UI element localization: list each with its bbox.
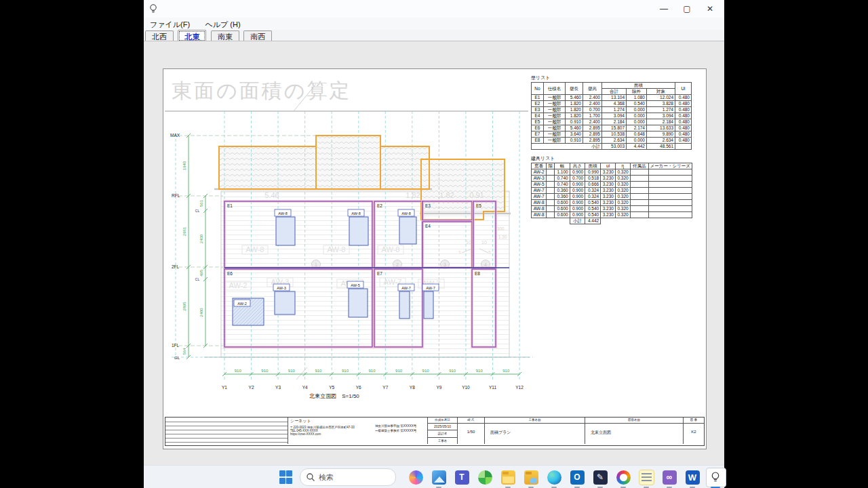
svg-text:E4: E4 bbox=[425, 224, 431, 228]
project-column: 工事名称 面積プラン bbox=[484, 418, 585, 444]
svg-text:1.82: 1.82 bbox=[406, 191, 420, 199]
window-AW-8 bbox=[399, 217, 416, 244]
license-1: 神奈川県知事登録 第XXXXX号 bbox=[375, 424, 416, 428]
photos-icon[interactable] bbox=[427, 466, 450, 488]
fixture-row-0: AW-21.1000.9000.9903.2300.320 bbox=[532, 169, 692, 176]
drawing-caption: 北東立面図 S=1/50 bbox=[309, 393, 359, 399]
svg-text:4: 4 bbox=[484, 262, 487, 267]
svg-text:E3: E3 bbox=[425, 203, 431, 208]
notes-pen-icon[interactable]: ✎ bbox=[589, 466, 612, 488]
scale-column: 縮 尺 1/50 bbox=[457, 418, 484, 444]
wall-row-E6: E6一般部5.4602.89515.8072.17413.6330.480 bbox=[532, 125, 692, 131]
sheet-number-value: K2 bbox=[684, 430, 704, 434]
svg-text:AW-5: AW-5 bbox=[351, 283, 359, 287]
paint-icon[interactable] bbox=[612, 466, 635, 488]
svg-text:Y9: Y9 bbox=[436, 385, 441, 390]
svg-text:910: 910 bbox=[342, 369, 349, 373]
svg-text:910: 910 bbox=[476, 369, 484, 373]
svg-text:Y7: Y7 bbox=[382, 385, 388, 390]
svg-text:AW-7: AW-7 bbox=[401, 286, 410, 290]
svg-text:Y5: Y5 bbox=[329, 385, 334, 390]
svg-text:E5: E5 bbox=[476, 203, 481, 208]
edge-icon[interactable] bbox=[542, 466, 566, 488]
svg-text:2: 2 bbox=[396, 262, 399, 267]
fixture-list-title: 建具リスト bbox=[531, 155, 692, 162]
visual-studio-icon[interactable]: ∞ bbox=[658, 466, 681, 488]
company-url: https://cnet-XXXX.com bbox=[290, 432, 425, 436]
svg-text:910: 910 bbox=[288, 369, 296, 373]
window-AW-8 bbox=[349, 217, 368, 245]
folder-cloud-icon[interactable] bbox=[519, 466, 542, 488]
svg-text:561: 561 bbox=[199, 199, 203, 207]
start-button[interactable] bbox=[279, 470, 293, 484]
window-AW-5 bbox=[349, 289, 368, 317]
svg-text:910: 910 bbox=[261, 369, 269, 373]
wall-row-E5: E5一般部0.9102.4002.1840.0002.1840.480 bbox=[532, 119, 692, 125]
search-box[interactable]: 検索 bbox=[300, 468, 396, 486]
project-label: 工事名称 bbox=[485, 418, 585, 424]
svg-text:1: 1 bbox=[315, 262, 317, 267]
date-column: 作成年月日 2025/05/10 設計者 工事名 bbox=[427, 418, 457, 444]
svg-text:Y12: Y12 bbox=[515, 385, 524, 390]
svg-text:AW-8: AW-8 bbox=[328, 245, 346, 253]
search-label: 検索 bbox=[319, 472, 334, 483]
fixture-list-table: 窓番階幅高さ面積uiη付属品メーカー・シリーズAW-21.1000.9000.9… bbox=[531, 163, 692, 224]
svg-text:910: 910 bbox=[502, 369, 510, 373]
svg-text:MAX: MAX bbox=[170, 133, 180, 138]
svg-text:910: 910 bbox=[369, 369, 376, 373]
word-icon[interactable]: W bbox=[681, 466, 704, 488]
svg-text:910: 910 bbox=[235, 369, 242, 373]
wall-row-E1: E1一般部5.4602.40013.1041.08012.0240.480 bbox=[532, 95, 692, 101]
sheet-number-column: 図 番 K2 bbox=[683, 418, 704, 444]
drawing-name-column: 図面名称 北東立面図 bbox=[585, 418, 683, 444]
date-label: 作成年月日 bbox=[428, 418, 457, 424]
notepad-icon[interactable] bbox=[635, 466, 658, 488]
svg-text:2961: 2961 bbox=[182, 226, 186, 236]
wall-row-E7: E7一般部3.6402.89510.5380.6489.8900.480 bbox=[532, 131, 692, 138]
tab-strip: 北西 北東 南東 南西 bbox=[144, 30, 724, 41]
project-value: 面積プラン bbox=[490, 430, 585, 436]
drawing-name-label: 図面名称 bbox=[585, 418, 683, 424]
svg-text:RFL: RFL bbox=[172, 193, 180, 198]
svg-text:E7: E7 bbox=[377, 271, 382, 276]
date-value: 2025/05/10 bbox=[428, 424, 457, 430]
scale-label: 縮 尺 bbox=[458, 418, 484, 424]
svg-text:Y11: Y11 bbox=[489, 385, 496, 390]
minimize-button[interactable]: — bbox=[652, 0, 675, 18]
fixture-row-1: AW-30.7400.7000.5183.2300.320 bbox=[532, 176, 692, 182]
title-bar: — ▢ ✕ bbox=[144, 0, 724, 18]
field3-label: 工事名 bbox=[428, 438, 457, 445]
lightbulb-app-icon bbox=[149, 3, 158, 14]
file-explorer-icon[interactable] bbox=[496, 466, 519, 488]
copilot-icon[interactable] bbox=[404, 466, 427, 488]
fixture-row-4: AW-70.3600.9000.3243.2300.320 bbox=[532, 194, 692, 200]
svg-text:Y2: Y2 bbox=[249, 385, 254, 390]
svg-text:300: 300 bbox=[497, 226, 505, 231]
svg-text:AW-8: AW-8 bbox=[246, 245, 264, 253]
green-pinwheel-icon[interactable] bbox=[473, 466, 496, 488]
svg-text:Y10: Y10 bbox=[462, 385, 470, 390]
svg-text:910: 910 bbox=[449, 369, 456, 373]
svg-text:5.46: 5.46 bbox=[264, 191, 279, 199]
wall-list: 壁リスト No仕様名壁長壁高面積Ui合計除外対象E1一般部5.4602.4001… bbox=[531, 75, 692, 150]
lightbulb-app-icon[interactable] bbox=[704, 466, 727, 488]
svg-text:CL: CL bbox=[195, 277, 200, 281]
close-button[interactable]: ✕ bbox=[698, 0, 722, 18]
svg-text:Y4: Y4 bbox=[302, 385, 308, 390]
svg-text:2400: 2400 bbox=[199, 308, 203, 317]
svg-text:Y1: Y1 bbox=[222, 385, 227, 390]
outlook-icon[interactable]: O bbox=[566, 466, 589, 488]
teams-icon[interactable]: T bbox=[450, 466, 473, 488]
video-frame: — ▢ ✕ ファイル(F) ヘルプ (H) 北西 北東 南東 南西 東面の面積の… bbox=[144, 0, 724, 488]
svg-text:0.91: 0.91 bbox=[469, 191, 484, 199]
svg-text:910: 910 bbox=[315, 369, 322, 373]
svg-text:AW-8: AW-8 bbox=[382, 245, 400, 253]
maximize-button[interactable]: ▢ bbox=[675, 0, 698, 18]
drawing-canvas: 東面の面積の算定 5.461.821.820.91AW-8AW-8AW-8AW-… bbox=[144, 41, 724, 466]
taskbar: 検索 TO✎∞W bbox=[144, 465, 724, 488]
svg-text:AW-2: AW-2 bbox=[229, 281, 248, 289]
menu-bar: ファイル(F) ヘルプ (H) bbox=[144, 18, 724, 30]
svg-text:E8: E8 bbox=[475, 271, 480, 276]
scale-value: 1/50 bbox=[458, 430, 484, 434]
title-block: シーネット 〒220-0023 神奈川県横浜市西区戸部本町47-33 TEL 0… bbox=[165, 417, 705, 446]
